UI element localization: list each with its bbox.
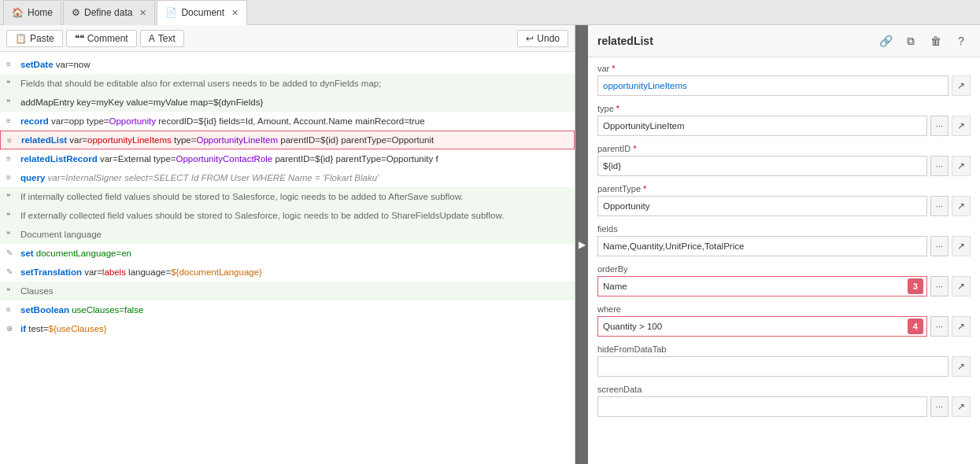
code-line-12[interactable]: ✎ setTranslation var=labels language=${d… [0,263,575,282]
line-text-4: record var=opp type=Opportunity recordID… [20,116,425,126]
line-text-13: Clauses [20,286,54,296]
code-line-2[interactable]: ❝ Fields that should be editable also fo… [0,74,575,93]
code-line-15[interactable]: ⊕ if test=${useClauses} [0,319,575,338]
field-orderby: orderBy Name 3 ··· ↗ [597,264,971,296]
code-line-4[interactable]: ≡ record var=opp type=Opportunity record… [0,112,575,131]
line-text-3: addMapEntry key=myKey value=myValue map=… [20,98,263,107]
text-label: Text [158,33,176,44]
text-button[interactable]: A Text [140,30,184,47]
code-line-5[interactable]: ≡ relatedList var=opportunityLineItems t… [0,131,575,149]
field-type: type * ··· ↗ [597,104,971,136]
line-icon-11: ✎ [6,249,17,257]
field-hidefromdatatab-input[interactable] [597,356,949,377]
right-header: relatedList 🔗 ⧉ 🗑 ? [588,25,980,57]
field-var: var * ↗ [597,64,971,96]
line-text-1: setDate var=now [20,60,91,69]
define-data-icon: ⚙ [72,7,80,18]
field-where-badge: 4 [908,319,923,334]
field-where-dots[interactable]: ··· [930,316,949,337]
field-fields-expand[interactable]: ↗ [952,236,971,256]
field-fields-input[interactable] [597,236,927,256]
tab-document-label: Document [181,7,224,18]
code-line-10[interactable]: ❝ Document language [0,225,575,244]
line-icon-2: ❝ [6,79,17,87]
line-text-14: setBoolean useClauses=false [20,305,143,315]
line-text-10: Document language [20,230,102,239]
field-screendata-wrap: ··· ↗ [597,396,971,417]
tab-define-data-close[interactable]: ✕ [139,8,146,18]
line-icon-13: ❝ [6,286,17,295]
code-line-11[interactable]: ✎ set documentLanguage=en [0,244,575,263]
line-text-7: query var=InternalSigner select=SELECT I… [20,173,379,182]
field-parentid-expand[interactable]: ↗ [952,156,971,176]
code-line-7[interactable]: ≡ query var=InternalSigner select=SELECT… [0,168,575,187]
link-icon: 🔗 [879,35,893,47]
tab-home[interactable]: 🏠 Home [3,0,61,25]
tab-document-close[interactable]: ✕ [231,8,239,18]
tab-document[interactable]: 📄 Document ✕ [157,0,247,25]
main-layout: 📋 Paste ❝❝ Comment A Text ↩ Undo ≡ [0,25,980,464]
paste-label: Paste [30,33,54,44]
code-line-8[interactable]: ❝ If internally collected field values s… [0,187,575,206]
field-screendata: screenData ··· ↗ [597,385,971,417]
comment-button[interactable]: ❝❝ Comment [66,30,137,47]
field-parentid-dots[interactable]: ··· [930,156,949,176]
field-hidefromdatatab-expand[interactable]: ↗ [952,356,971,377]
field-screendata-dots[interactable]: ··· [930,396,949,417]
code-line-14[interactable]: ≡ setBoolean useClauses=false [0,300,575,319]
field-orderby-badge: 3 [908,278,923,294]
line-text-12: setTranslation var=labels language=${doc… [20,267,262,277]
field-where: where Quantity > 100 4 ··· ↗ [597,304,971,337]
field-orderby-expand[interactable]: ↗ [952,276,971,296]
line-icon-8: ❝ [6,192,17,201]
field-var-expand[interactable]: ↗ [952,75,971,96]
field-var-label: var * [597,64,971,73]
field-parenttype-dots[interactable]: ··· [930,196,949,216]
panel-toggle[interactable]: ▶ [575,25,588,464]
field-screendata-expand[interactable]: ↗ [952,396,971,417]
field-var-input[interactable] [597,75,949,96]
field-parenttype-expand[interactable]: ↗ [952,196,971,216]
field-type-dots[interactable]: ··· [930,116,949,136]
field-parentid-label: parentID * [597,144,971,153]
help-icon-button[interactable]: ? [952,31,971,50]
line-text-5: relatedList var=opportunityLineItems typ… [21,135,434,145]
field-parentid: parentID * ··· ↗ [597,144,971,176]
toggle-arrow-icon: ▶ [579,239,586,250]
copy-icon: ⧉ [907,35,915,48]
code-line-3[interactable]: ❝ addMapEntry key=myKey value=myValue ma… [0,93,575,112]
document-icon: 📄 [165,7,177,18]
field-orderby-dots[interactable]: ··· [930,276,949,296]
undo-button[interactable]: ↩ Undo [517,30,568,47]
right-body: var * ↗ type * ··· ↗ [588,57,980,464]
field-orderby-value: Name [598,282,904,291]
code-line-6[interactable]: ≡ relatedListRecord var=External type=Op… [0,149,575,168]
field-orderby-inner[interactable]: Name 3 [597,276,927,296]
field-fields-dots[interactable]: ··· [930,236,949,256]
line-text-11: set documentLanguage=en [20,249,131,258]
line-icon-4: ≡ [6,116,17,125]
field-parentid-wrap: ··· ↗ [597,156,971,176]
copy-icon-button[interactable]: ⧉ [901,31,920,50]
right-panel: relatedList 🔗 ⧉ 🗑 ? var * [588,25,980,464]
field-fields-wrap: ··· ↗ [597,236,971,256]
delete-icon-button[interactable]: 🗑 [926,31,945,50]
comment-icon: ❝❝ [75,33,84,44]
help-icon: ? [958,35,964,47]
field-parentid-input[interactable] [597,156,927,176]
code-line-13[interactable]: ❝ Clauses [0,282,575,300]
field-type-wrap: ··· ↗ [597,116,971,136]
code-line-1[interactable]: ≡ setDate var=now [0,55,575,74]
field-type-expand[interactable]: ↗ [952,116,971,136]
field-type-input[interactable] [597,116,927,136]
field-screendata-input[interactable] [597,396,927,417]
field-parenttype-input[interactable] [597,196,927,216]
field-where-wrap: Quantity > 100 4 ··· ↗ [597,316,971,337]
code-line-9[interactable]: ❝ If externally collected field values s… [0,206,575,225]
paste-button[interactable]: 📋 Paste [6,30,63,47]
field-where-inner[interactable]: Quantity > 100 4 [597,316,927,337]
field-where-expand[interactable]: ↗ [952,316,971,337]
delete-icon: 🗑 [930,35,941,47]
link-icon-button[interactable]: 🔗 [876,31,895,50]
tab-define-data[interactable]: ⚙ Define data ✕ [63,0,155,25]
